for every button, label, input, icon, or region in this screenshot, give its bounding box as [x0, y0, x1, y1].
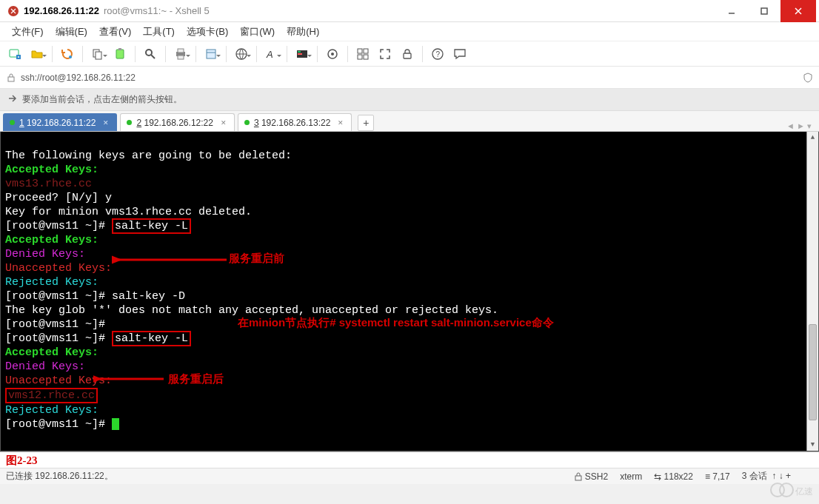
svg-point-4 — [69, 56, 72, 58]
properties-icon[interactable] — [201, 44, 221, 64]
status-bar: 已连接 192.168.26.11:22。 SSH2 xterm ⇆ 118x2… — [0, 468, 819, 484]
term-unaccepted-keys: Unaccepted Keys: — [5, 374, 112, 387]
tab-3-num: 3 — [254, 118, 259, 128]
tile-icon[interactable] — [352, 44, 373, 64]
print-icon[interactable] — [170, 44, 191, 64]
term-hostname-boxed: vms12.rhce.cc — [5, 388, 98, 403]
term-accepted-keys: Accepted Keys: — [5, 346, 98, 359]
svg-rect-28 — [8, 77, 14, 81]
figure-label: 图2-23 — [0, 451, 819, 468]
tab-scroll-arrows[interactable]: ◄ ► ▾ — [786, 121, 816, 131]
menu-tools[interactable]: 工具(T) — [137, 25, 181, 38]
term-line: The key glob '*' does not match any acce… — [5, 304, 498, 317]
term-denied-keys: Denied Keys: — [5, 360, 85, 373]
tab-3-label: 192.168.26.13:22 — [261, 118, 330, 128]
new-tab-button[interactable]: + — [358, 115, 374, 131]
tab-2[interactable]: 2 192.168.26.12:22 ✕ — [120, 113, 234, 131]
new-session-icon[interactable] — [4, 44, 25, 64]
paste-icon[interactable] — [110, 44, 130, 64]
svg-rect-1 — [761, 8, 767, 14]
terminal[interactable]: The following keys are going to be delet… — [0, 132, 819, 451]
encoding-icon[interactable] — [231, 44, 252, 64]
lock-icon[interactable] — [397, 44, 418, 64]
svg-rect-12 — [178, 56, 184, 59]
svg-rect-8 — [118, 48, 121, 50]
color-scheme-icon[interactable] — [292, 44, 312, 64]
tab-strip: 1 192.168.26.11:22 ✕ 2 192.168.26.12:22 … — [0, 111, 819, 132]
menu-edit[interactable]: 编辑(E) — [50, 25, 93, 38]
svg-point-9 — [146, 50, 152, 56]
scroll-thumb[interactable] — [809, 324, 817, 420]
fullscreen-icon[interactable] — [375, 44, 395, 64]
cursor — [112, 418, 119, 430]
tab-status-dot — [10, 120, 15, 125]
term-accepted-keys: Accepted Keys: — [5, 234, 98, 246]
chat-icon[interactable] — [449, 44, 470, 64]
svg-rect-17 — [298, 51, 301, 53]
address-url[interactable]: ssh://root@192.168.26.11:22 — [21, 73, 136, 83]
tab-1-num: 1 — [19, 118, 24, 128]
scroll-down-icon[interactable]: ▼ — [807, 439, 818, 451]
term-hostname: vms13.rhce.cc — [5, 178, 92, 190]
copy-icon[interactable] — [87, 44, 108, 64]
find-icon[interactable] — [140, 44, 161, 64]
close-button[interactable] — [780, 0, 816, 22]
address-bar: ssh://root@192.168.26.11:22 — [0, 67, 819, 89]
security-shield-icon[interactable] — [803, 73, 813, 83]
scrollbar[interactable]: ▲ ▼ — [806, 132, 818, 451]
svg-rect-23 — [358, 55, 362, 59]
menu-window[interactable]: 窗口(W) — [234, 25, 281, 38]
svg-point-20 — [331, 53, 334, 56]
scroll-up-icon[interactable]: ▲ — [807, 132, 818, 144]
term-accepted-keys: Accepted Keys: — [5, 164, 98, 176]
status-connection: 已连接 192.168.26.11:22。 — [6, 470, 113, 483]
lock-icon — [574, 472, 583, 481]
term-line: Key for minion vms13.rhce.cc deleted. — [5, 206, 252, 218]
menu-help[interactable]: 帮助(H) — [281, 25, 325, 38]
hint-arrow-icon[interactable] — [7, 93, 22, 106]
status-sessions: 3 会话 ↑ ↓ + — [742, 470, 791, 483]
toolbar: A ? — [0, 41, 819, 67]
term-prompt: [root@vms11 ~]# — [5, 318, 105, 331]
svg-point-33 — [780, 483, 793, 497]
open-session-icon[interactable] — [27, 44, 47, 64]
hint-bar: 要添加当前会话，点击左侧的箭头按钮。 — [0, 89, 819, 111]
menu-tabs[interactable]: 选项卡(B) — [181, 25, 234, 38]
term-denied-keys: Denied Keys: — [5, 248, 85, 261]
status-size: ⇆ 118x22 — [654, 471, 693, 482]
script-icon[interactable] — [322, 44, 343, 64]
svg-rect-25 — [404, 53, 411, 58]
svg-rect-31 — [575, 476, 581, 480]
svg-rect-21 — [358, 49, 362, 53]
reconnect-icon[interactable] — [57, 44, 78, 64]
term-command-boxed: salt-key -L — [112, 331, 191, 346]
minimize-button[interactable] — [715, 0, 748, 22]
menu-bar: 文件(F) 编辑(E) 查看(V) 工具(T) 选项卡(B) 窗口(W) 帮助(… — [0, 22, 819, 41]
tab-1[interactable]: 1 192.168.26.11:22 ✕ — [3, 113, 117, 131]
tab-2-close-icon[interactable]: ✕ — [221, 119, 227, 127]
tab-1-close-icon[interactable]: ✕ — [103, 119, 109, 127]
status-ssh: SSH2 — [574, 471, 609, 482]
hint-text: 要添加当前会话，点击左侧的箭头按钮。 — [22, 93, 182, 106]
svg-text:亿速: 亿速 — [795, 486, 813, 497]
tab-1-label: 192.168.26.11:22 — [27, 118, 96, 128]
svg-rect-24 — [364, 55, 368, 59]
status-position: ≡ 7,17 — [705, 471, 730, 482]
term-prompt: [root@vms11 ~]# — [5, 418, 112, 431]
tab-status-dot — [244, 120, 250, 125]
help-icon[interactable]: ? — [427, 44, 448, 64]
annotation-arrow-1 — [112, 253, 230, 266]
term-prompt: [root@vms11 ~]# — [5, 290, 112, 303]
svg-text:?: ? — [436, 50, 441, 58]
term-rejected-keys: Rejected Keys: — [5, 276, 98, 289]
svg-rect-6 — [96, 52, 101, 59]
lock-indicator-icon — [6, 73, 16, 83]
menu-view[interactable]: 查看(V) — [93, 25, 137, 38]
tab-3[interactable]: 3 192.168.26.13:22 ✕ — [238, 113, 352, 131]
tab-3-close-icon[interactable]: ✕ — [338, 119, 344, 127]
title-bar: 192.168.26.11:22 root@vms11:~ - Xshell 5 — [0, 0, 819, 22]
font-icon[interactable]: A — [261, 44, 282, 64]
maximize-button[interactable] — [748, 0, 780, 22]
menu-file[interactable]: 文件(F) — [6, 25, 50, 38]
term-line: The following keys are going to be delet… — [5, 149, 292, 162]
